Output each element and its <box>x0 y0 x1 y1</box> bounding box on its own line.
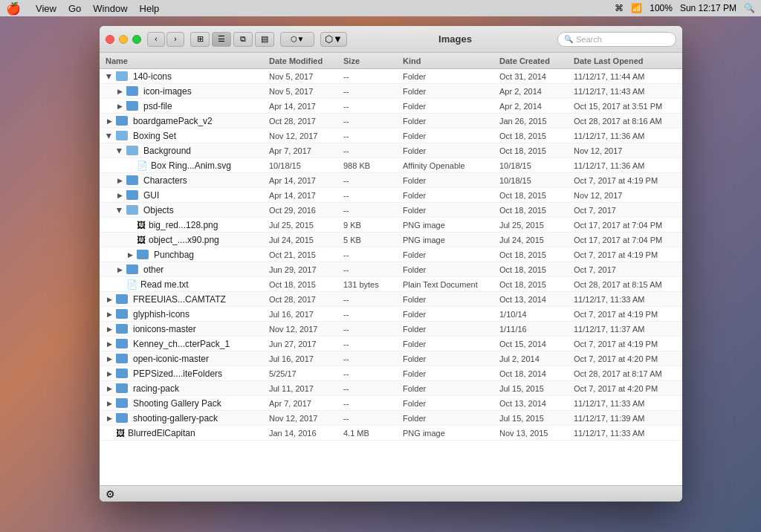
expand-arrow[interactable]: ▶ <box>104 309 114 319</box>
folder-icon <box>126 101 138 111</box>
expand-arrow[interactable]: ▶ <box>114 86 125 97</box>
maximize-button[interactable] <box>132 35 141 44</box>
expand-arrow[interactable]: ▶ <box>114 175 125 186</box>
sort-button[interactable]: ⬡▼ <box>280 32 314 47</box>
cover-flow-button[interactable]: ▤ <box>255 32 274 47</box>
file-cell: Folder <box>400 102 496 111</box>
table-row[interactable]: ▶otherJun 29, 2017--FolderOct 18, 2015Oc… <box>100 262 682 277</box>
file-name-text: GUI <box>143 190 159 201</box>
gear-icon[interactable]: ⚙ <box>106 488 115 500</box>
minimize-button[interactable] <box>119 35 128 44</box>
table-row[interactable]: ▶📄Read me.txtOct 18, 2015131 bytesPlain … <box>100 277 682 292</box>
menu-view[interactable]: View <box>36 3 56 14</box>
file-cell: -- <box>340 354 400 363</box>
table-row[interactable]: ▶Boxing SetNov 12, 2017--FolderOct 18, 2… <box>100 129 682 143</box>
file-cell: Plain Text Document <box>400 280 496 289</box>
file-name-text: psd-file <box>143 101 172 111</box>
png-file-icon: 🖼 <box>137 235 146 245</box>
expand-arrow[interactable]: ▶ <box>104 369 114 379</box>
file-cell: -- <box>340 117 400 126</box>
expand-arrow[interactable]: ▶ <box>104 339 114 349</box>
table-row[interactable]: ▶140-iconsNov 5, 2017--FolderOct 31, 201… <box>100 69 682 84</box>
table-row[interactable]: ▶Kenney_ch...cterPack_1Jun 27, 2017--Fol… <box>100 337 682 351</box>
icon-view-button[interactable]: ⊞ <box>190 32 210 47</box>
affinity-file-icon: 📄 <box>137 160 148 171</box>
col-header-date-created[interactable]: Date Created <box>496 56 571 65</box>
col-header-size[interactable]: Size <box>340 56 400 65</box>
nav-buttons: ‹ › <box>147 32 184 47</box>
action-button[interactable]: ⬡▼ <box>320 32 347 47</box>
table-row[interactable]: ▶BackgroundApr 7, 2017--FolderOct 18, 20… <box>100 143 682 158</box>
menubar-search-icon[interactable]: 🔍 <box>744 3 755 13</box>
apple-menu[interactable]: 🍎 <box>6 1 21 16</box>
table-row[interactable]: ▶CharactersApr 14, 2017--Folder10/18/15O… <box>100 173 682 188</box>
col-header-date-modified[interactable]: Date Modified <box>266 56 340 65</box>
table-row[interactable]: ▶GUIApr 14, 2017--FolderOct 18, 2015Nov … <box>100 188 682 203</box>
table-row[interactable]: ▶📄Box Ring...Anim.svg10/18/15988 KBAffin… <box>100 158 682 173</box>
file-cell: 11/12/17, 11:33 AM <box>571 429 675 438</box>
file-cell: Nov 5, 2017 <box>266 72 340 81</box>
table-row[interactable]: ▶🖼big_red...128.pngJul 25, 20159 KBPNG i… <box>100 218 682 233</box>
expand-arrow[interactable]: ▶ <box>104 131 114 141</box>
table-row[interactable]: ▶PunchbagOct 21, 2015--FolderOct 18, 201… <box>100 247 682 262</box>
expand-arrow[interactable]: ▶ <box>104 116 114 126</box>
expand-arrow[interactable]: ▶ <box>104 294 114 305</box>
table-row[interactable]: ▶Shooting Gallery PackApr 7, 2017--Folde… <box>100 396 682 411</box>
expand-arrow[interactable]: ▶ <box>104 324 114 334</box>
file-name-cell: ▶racing-pack <box>103 383 266 394</box>
menu-help[interactable]: Help <box>140 3 160 14</box>
table-row[interactable]: ▶ObjectsOct 29, 2016--FolderOct 18, 2015… <box>100 203 682 218</box>
table-row[interactable]: ▶glyphish-iconsJul 16, 2017--Folder1/10/… <box>100 307 682 322</box>
expand-arrow[interactable]: ▶ <box>104 398 114 409</box>
expand-arrow[interactable]: ▶ <box>104 354 114 364</box>
expand-arrow[interactable]: ▶ <box>114 205 125 215</box>
file-cell: 11/12/17, 11:39 AM <box>571 414 675 423</box>
table-row[interactable]: ▶🖼object_....x90.pngJul 24, 20155 KBPNG … <box>100 233 682 247</box>
file-cell: Jul 11, 2017 <box>266 384 340 393</box>
column-headers: Name Date Modified Size Kind Date Create… <box>100 53 682 69</box>
expand-arrow[interactable]: ▶ <box>104 383 114 394</box>
expand-arrow[interactable]: ▶ <box>114 265 125 275</box>
table-row[interactable]: ▶psd-fileApr 14, 2017--FolderApr 2, 2014… <box>100 99 682 114</box>
expand-arrow[interactable]: ▶ <box>125 250 135 260</box>
file-cell: Folder <box>400 325 496 334</box>
file-cell: 11/12/17, 11:33 AM <box>571 295 675 304</box>
file-cell: Oct 28, 2017 at 8:15 AM <box>571 280 675 289</box>
table-row[interactable]: ▶icon-imagesNov 5, 2017--FolderApr 2, 20… <box>100 84 682 99</box>
file-cell: Jul 2, 2014 <box>496 354 571 363</box>
file-cell: -- <box>340 325 400 334</box>
table-row[interactable]: ▶boardgamePack_v2Oct 28, 2017--FolderJan… <box>100 114 682 129</box>
expand-arrow[interactable]: ▶ <box>114 146 125 156</box>
table-row[interactable]: ▶open-iconic-masterJul 16, 2017--FolderJ… <box>100 351 682 366</box>
file-cell: 11/12/17, 11:37 AM <box>571 325 675 334</box>
table-row[interactable]: ▶PEPSized....iteFolders5/25/17--FolderOc… <box>100 366 682 381</box>
search-box[interactable]: 🔍 Search <box>557 32 676 47</box>
column-view-button[interactable]: ⧉ <box>233 32 253 47</box>
close-button[interactable] <box>106 35 114 44</box>
col-header-date-last-opened[interactable]: Date Last Opened <box>571 56 675 65</box>
table-row[interactable]: ▶FREEUIAS...CAMTATZOct 28, 2017--FolderO… <box>100 292 682 307</box>
file-name-text: boardgamePack_v2 <box>133 116 213 126</box>
back-button[interactable]: ‹ <box>147 32 165 47</box>
file-cell: Oct 7, 2017 at 4:19 PM <box>571 176 675 185</box>
file-name-text: Objects <box>143 205 174 215</box>
folder-icon <box>116 116 128 126</box>
list-view-button[interactable]: ☰ <box>212 32 231 47</box>
menu-go[interactable]: Go <box>68 3 81 14</box>
folder-icon <box>116 354 128 363</box>
expand-arrow[interactable]: ▶ <box>114 101 125 111</box>
col-header-name[interactable]: Name <box>103 56 266 65</box>
table-row[interactable]: ▶racing-packJul 11, 2017--FolderJul 15, … <box>100 381 682 396</box>
col-header-kind[interactable]: Kind <box>400 56 496 65</box>
menu-window[interactable]: Window <box>93 3 127 14</box>
table-row[interactable]: ▶🖼BlurredElCapitanJan 14, 20164.1 MBPNG … <box>100 426 682 441</box>
file-name-cell: ▶Kenney_ch...cterPack_1 <box>103 339 266 349</box>
file-name-cell: ▶shooting-gallery-pack <box>103 413 266 424</box>
file-cell: Folder <box>400 295 496 304</box>
table-row[interactable]: ▶ionicons-masterNov 12, 2017--Folder1/11… <box>100 322 682 337</box>
expand-arrow[interactable]: ▶ <box>114 190 125 201</box>
table-row[interactable]: ▶shooting-gallery-packNov 12, 2017--Fold… <box>100 411 682 426</box>
expand-arrow[interactable]: ▶ <box>104 413 114 424</box>
forward-button[interactable]: › <box>166 32 184 47</box>
expand-arrow[interactable]: ▶ <box>104 71 114 82</box>
